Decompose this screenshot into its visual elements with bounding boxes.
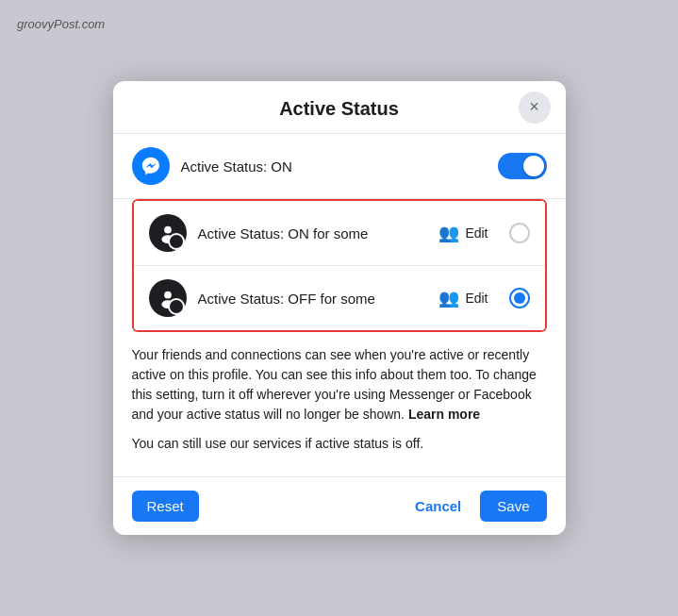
active-status-toggle[interactable] [498, 153, 547, 179]
description-section: Your friends and connections can see whe… [113, 332, 566, 477]
dialog: Active Status × Active Status: ON [113, 81, 566, 535]
reset-button[interactable]: Reset [132, 491, 199, 522]
radio-btn-on-for-some[interactable] [509, 223, 530, 243]
watermark: groovyPost.com [17, 17, 105, 31]
description-paragraph-1: Your friends and connections can see whe… [132, 345, 547, 425]
active-status-row: Active Status: ON [132, 147, 547, 185]
messenger-icon-circle [132, 147, 170, 185]
svg-point-2 [170, 235, 176, 241]
person-inactive-icon [157, 288, 178, 308]
on-for-some-edit-group: 👥 Edit [438, 223, 488, 243]
close-button[interactable]: × [519, 92, 551, 124]
on-for-some-edit-button[interactable]: Edit [465, 225, 488, 241]
people-icon-2: 👥 [438, 288, 459, 308]
svg-point-4 [161, 300, 174, 308]
radio-row-on-for-some: Active Status: ON for some 👥 Edit [134, 201, 545, 265]
on-for-some-label: Active Status: ON for some [198, 225, 428, 241]
learn-more-link[interactable]: Learn more [408, 407, 480, 422]
dialog-header: Active Status × [113, 81, 566, 134]
people-icon-1: 👥 [438, 223, 459, 243]
radio-options-section: Active Status: ON for some 👥 Edit Active… [132, 199, 547, 332]
main-toggle-section: Active Status: ON [113, 134, 566, 199]
dialog-footer: Reset Cancel Save [113, 477, 566, 535]
active-status-label: Active Status: ON [181, 158, 487, 175]
radio-btn-off-for-some[interactable] [509, 288, 530, 308]
description-paragraph-2: You can still use our services if active… [132, 434, 547, 454]
cancel-button[interactable]: Cancel [415, 498, 461, 514]
save-button[interactable]: Save [480, 491, 546, 522]
svg-point-0 [164, 226, 172, 234]
radio-row-off-for-some: Active Status: OFF for some 👥 Edit [134, 265, 545, 330]
footer-right-actions: Cancel Save [415, 491, 546, 522]
svg-point-3 [164, 291, 172, 299]
off-for-some-edit-button[interactable]: Edit [465, 291, 488, 306]
off-for-some-edit-group: 👥 Edit [438, 288, 488, 308]
off-for-some-label: Active Status: OFF for some [198, 291, 428, 307]
off-for-some-icon [149, 279, 187, 317]
dialog-title: Active Status [279, 98, 399, 120]
messenger-icon [141, 156, 161, 176]
svg-point-5 [170, 300, 176, 307]
on-for-some-icon [149, 214, 187, 252]
person-active-icon [157, 223, 178, 243]
svg-point-1 [161, 235, 174, 243]
